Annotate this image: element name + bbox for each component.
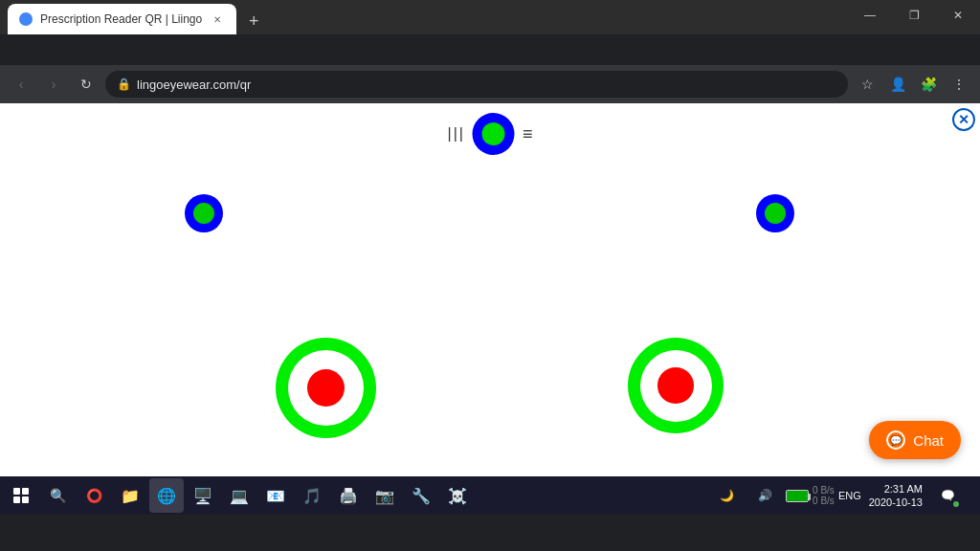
start-icon bbox=[13, 488, 29, 503]
battery-icon bbox=[786, 490, 809, 502]
active-tab[interactable]: Prescription Reader QR | Liingo ✕ bbox=[8, 4, 236, 34]
more-menu-icon[interactable]: ⋮ bbox=[946, 71, 972, 98]
target-circle-left bbox=[276, 338, 376, 438]
bars-left-icon: ||| bbox=[448, 125, 465, 143]
start-button[interactable] bbox=[4, 478, 38, 513]
battery-group bbox=[786, 490, 809, 502]
refresh-button[interactable]: ↻ bbox=[73, 71, 100, 98]
address-input[interactable]: 🔒 lingoeyewear.com/qr bbox=[105, 71, 848, 98]
taskbar-cortana-button[interactable]: ⭕ bbox=[77, 478, 111, 513]
language-indicator: ENG bbox=[838, 490, 861, 501]
bars-right-icon: ≡ bbox=[523, 124, 533, 144]
header-icons: ||| ≡ bbox=[448, 113, 533, 155]
content-area: ✕ ||| ≡ 💬 bbox=[0, 103, 980, 476]
taskbar: 🔍 ⭕ 📁 🌐 🖥️ 💻 📧 🎵 🖨️ 📷 🔧 ☠️ 🌙 🔊 0 B/s0 B/… bbox=[0, 476, 980, 515]
back-button[interactable]: ‹ bbox=[8, 71, 34, 98]
address-bar: ‹ › ↻ 🔒 lingoeyewear.com/qr ☆ 👤 🧩 ⋮ bbox=[0, 65, 980, 103]
target-circle-right bbox=[628, 338, 724, 433]
circle-top-left bbox=[185, 194, 223, 232]
title-bar: Prescription Reader QR | Liingo ✕ + — ❐ … bbox=[0, 0, 980, 31]
taskbar-app-7[interactable]: 🔧 bbox=[404, 478, 438, 513]
show-desktop-button[interactable] bbox=[970, 478, 976, 513]
taskbar-app-3[interactable]: 📧 bbox=[258, 478, 293, 513]
new-tab-button[interactable]: + bbox=[240, 8, 267, 34]
taskbar-app-1[interactable]: 🖥️ bbox=[186, 478, 220, 513]
taskbar-search-button[interactable]: 🔍 bbox=[40, 478, 75, 513]
chat-label: Chat bbox=[913, 432, 944, 449]
lock-icon: 🔒 bbox=[117, 77, 131, 91]
tab-title: Prescription Reader QR | Liingo bbox=[40, 12, 202, 26]
taskbar-app-8[interactable]: ☠️ bbox=[440, 478, 475, 513]
tab-bar: Prescription Reader QR | Liingo ✕ + bbox=[0, 0, 980, 34]
taskbar-app-2[interactable]: 💻 bbox=[222, 478, 256, 513]
overlay-close-button[interactable]: ✕ bbox=[952, 108, 975, 131]
chat-button[interactable]: 💬 Chat bbox=[869, 421, 961, 459]
extensions-icon[interactable]: 🧩 bbox=[915, 71, 942, 98]
clock-time: 2:31 AM bbox=[869, 482, 923, 496]
bookmark-icon[interactable]: ☆ bbox=[854, 71, 880, 98]
taskbar-right: 🌙 🔊 0 B/s0 B/s ENG 2:31 AM 2020-10-13 🗨️ bbox=[709, 478, 969, 513]
clock-date: 2020-10-13 bbox=[869, 496, 923, 509]
taskbar-chrome[interactable]: 🌐 bbox=[149, 478, 184, 513]
circle-top-center bbox=[473, 113, 515, 155]
url-text: lingoeyewear.com/qr bbox=[137, 77, 836, 92]
circle-top-right bbox=[756, 194, 794, 232]
taskbar-network-icon[interactable]: 🌙 bbox=[709, 478, 744, 513]
chat-icon: 💬 bbox=[886, 430, 905, 450]
tab-favicon bbox=[19, 12, 33, 26]
taskbar-clock[interactable]: 2:31 AM 2020-10-13 bbox=[865, 482, 926, 510]
taskbar-app-6[interactable]: 📷 bbox=[368, 478, 402, 513]
toolbar-icons: ☆ 👤 🧩 ⋮ bbox=[854, 71, 972, 98]
taskbar-volume-icon[interactable]: 🔊 bbox=[747, 478, 782, 513]
taskbar-file-explorer[interactable]: 📁 bbox=[113, 478, 147, 513]
minimize-button[interactable]: — bbox=[848, 0, 892, 31]
notification-button[interactable]: 🗨️ bbox=[930, 478, 965, 513]
window-controls: — ❐ ✕ bbox=[848, 0, 980, 31]
restore-button[interactable]: ❐ bbox=[892, 0, 936, 31]
network-speed: 0 B/s0 B/s bbox=[813, 485, 835, 506]
notification-dot bbox=[953, 501, 959, 507]
tab-close-button[interactable]: ✕ bbox=[210, 11, 225, 27]
profile-icon[interactable]: 👤 bbox=[884, 71, 911, 98]
taskbar-app-4[interactable]: 🎵 bbox=[295, 478, 329, 513]
forward-button[interactable]: › bbox=[40, 71, 67, 98]
close-button[interactable]: ✕ bbox=[936, 0, 980, 31]
taskbar-app-5[interactable]: 🖨️ bbox=[331, 478, 366, 513]
